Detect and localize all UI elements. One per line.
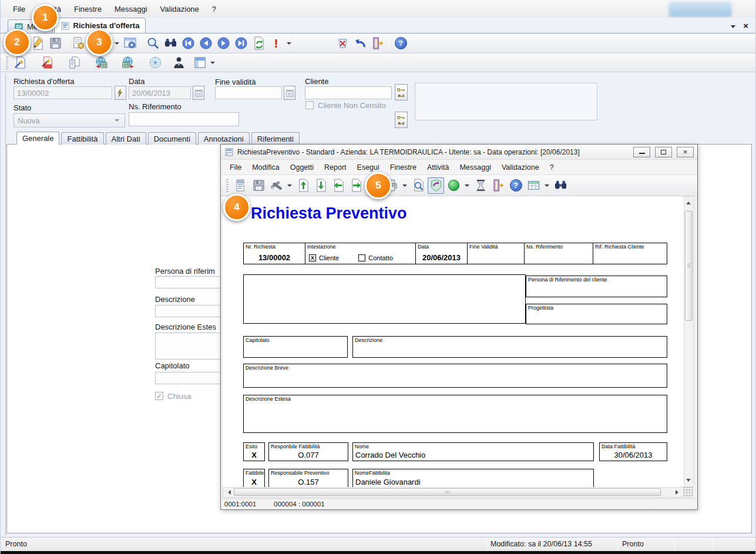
horizontal-scroll-thumb[interactable]: [234, 488, 661, 496]
exit-button[interactable]: [369, 35, 387, 52]
menu-finestre[interactable]: Finestre: [68, 2, 108, 16]
wizard-red-button[interactable]: [38, 55, 56, 71]
save-button[interactable]: [46, 35, 64, 52]
child-menu-report[interactable]: Report: [319, 161, 352, 174]
vertical-scrollbar[interactable]: [684, 196, 694, 487]
help-button[interactable]: ?: [392, 35, 409, 52]
tab-close-button[interactable]: ×: [743, 21, 748, 30]
menu-help[interactable]: ?: [206, 2, 223, 16]
notes-button[interactable]: [69, 35, 87, 52]
child-menu-help[interactable]: ?: [545, 161, 559, 174]
scroll-right-button[interactable]: [674, 490, 681, 495]
cliente-non-censito-checkbox[interactable]: [305, 101, 314, 109]
tab-riferimenti[interactable]: Riferimenti: [251, 132, 300, 145]
capitolato-input[interactable]: [155, 372, 223, 384]
richiesta-offerta-input[interactable]: [14, 86, 112, 99]
minimize-button[interactable]: [633, 147, 650, 157]
child-menu-oggetti[interactable]: Oggetti: [285, 161, 319, 174]
go-last-button[interactable]: [232, 35, 250, 52]
find-button[interactable]: [162, 35, 179, 52]
scroll-left-button[interactable]: [226, 490, 232, 495]
child-menu-validazione[interactable]: Validazione: [496, 161, 545, 174]
tools-dropdown-icon[interactable]: [287, 184, 292, 187]
window-settings-button[interactable]: [121, 35, 139, 52]
form-view-button[interactable]: [233, 177, 249, 194]
child-menu-messaggi[interactable]: Messaggi: [454, 161, 496, 174]
cliente-info-box[interactable]: [415, 83, 597, 120]
child-menu-finestre[interactable]: Finestre: [385, 161, 422, 174]
fine-validita-input[interactable]: [215, 86, 282, 99]
page-next-button[interactable]: [348, 177, 364, 194]
autonumber-button[interactable]: [115, 86, 126, 100]
menu-validazione[interactable]: Validazione: [154, 2, 206, 16]
run-dropdown-icon[interactable]: [465, 184, 469, 187]
validate-button[interactable]: !: [267, 35, 285, 52]
persona-riferimento-input[interactable]: [155, 276, 223, 288]
chiusa-checkbox[interactable]: ✓: [155, 392, 163, 400]
stato-select[interactable]: Nuova: [14, 113, 125, 127]
find-button[interactable]: [552, 177, 569, 194]
run-button[interactable]: [445, 177, 462, 194]
export-data-button[interactable]: [119, 55, 137, 71]
cliente-input[interactable]: [305, 86, 392, 99]
wizard-blue-button[interactable]: [11, 55, 29, 71]
tools-button[interactable]: [268, 177, 284, 194]
child-menu-modifica[interactable]: Modifica: [247, 161, 285, 174]
descrizione-input[interactable]: [155, 305, 223, 317]
undo-button[interactable]: [351, 35, 369, 52]
page-down-button[interactable]: [313, 177, 329, 194]
toolbar-grip[interactable]: [6, 56, 8, 69]
help-button[interactable]: ?: [508, 177, 524, 194]
descrizione-estesa-textarea[interactable]: [155, 333, 223, 360]
horizontal-scrollbar[interactable]: [223, 487, 684, 498]
go-previous-button[interactable]: [197, 35, 214, 52]
tab-altri-dati[interactable]: Altri Dati: [106, 132, 146, 145]
layout-button[interactable]: [191, 55, 209, 71]
page-up-button[interactable]: [295, 177, 311, 194]
wait-button[interactable]: [472, 177, 489, 194]
tab-documenti[interactable]: Documenti: [148, 132, 196, 145]
scroll-down-button[interactable]: [686, 478, 691, 484]
toolbar-grip[interactable]: [226, 179, 229, 192]
vertical-scroll-thumb[interactable]: [685, 211, 693, 321]
refresh-button[interactable]: [250, 35, 267, 52]
child-menu-attivita[interactable]: Attività: [422, 161, 455, 174]
scroll-up-button[interactable]: [686, 199, 691, 206]
tab-annotazioni[interactable]: Annotazioni: [198, 132, 250, 145]
child-title-bar[interactable]: RichiestaPreventivo - Standard - Azienda…: [221, 145, 697, 160]
copy-button[interactable]: [65, 55, 83, 71]
search-button[interactable]: [144, 35, 162, 52]
save-button[interactable]: [250, 177, 267, 194]
fine-validita-calendar-button[interactable]: [284, 86, 295, 100]
layout-dropdown-icon[interactable]: [210, 62, 215, 64]
data-input[interactable]: [129, 86, 191, 99]
interactive-mode-button[interactable]: [428, 177, 444, 194]
import-data-button[interactable]: [92, 55, 110, 71]
edit-button[interactable]: [29, 35, 46, 52]
print-dropdown-icon[interactable]: [402, 184, 407, 187]
go-next-button[interactable]: [214, 35, 232, 52]
tab-generale[interactable]: Generale: [16, 132, 59, 145]
data-calendar-button[interactable]: [193, 86, 204, 100]
options-dropdown-icon[interactable]: [115, 42, 119, 45]
tab-fattibilita[interactable]: Fattibilità: [61, 132, 103, 145]
restore-button[interactable]: [655, 147, 672, 157]
child-menu-file[interactable]: File: [224, 161, 247, 174]
secondary-lookup-button[interactable]: a-z: [395, 112, 408, 128]
navigator-button[interactable]: [146, 55, 164, 71]
close-button[interactable]: ×: [677, 147, 694, 157]
validate-dropdown-icon[interactable]: [287, 42, 291, 45]
cliente-lookup-button[interactable]: a-z: [395, 84, 408, 100]
go-first-button[interactable]: [179, 35, 197, 52]
ns-riferimento-input[interactable]: [129, 112, 239, 126]
menu-file[interactable]: File: [6, 2, 32, 16]
table-dropdown-icon[interactable]: [545, 184, 549, 187]
table-view-button[interactable]: [525, 177, 542, 194]
resize-grip[interactable]: [684, 487, 694, 498]
print-preview-button[interactable]: [410, 177, 426, 194]
menu-messaggi[interactable]: Messaggi: [108, 2, 154, 16]
tab-list-dropdown-icon[interactable]: [731, 25, 735, 28]
delete-button[interactable]: [334, 35, 351, 52]
exit-button[interactable]: [490, 177, 506, 194]
user-button[interactable]: [170, 55, 187, 71]
